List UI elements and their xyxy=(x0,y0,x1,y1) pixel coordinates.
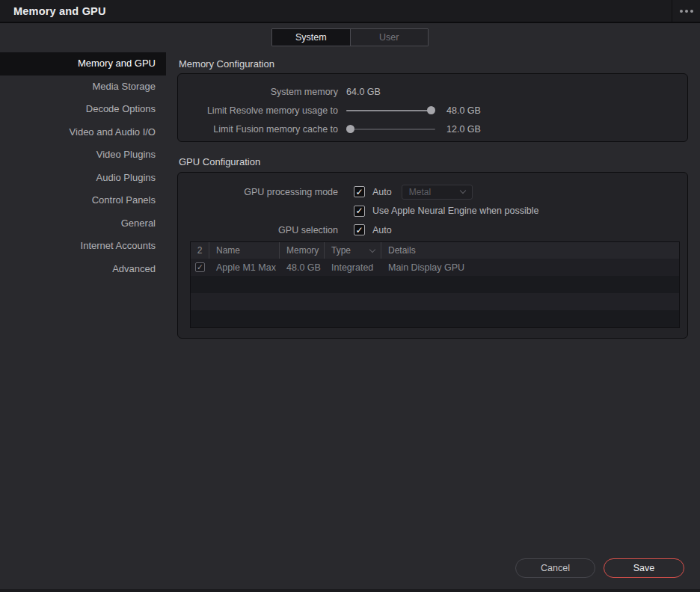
sidebar-item-advanced[interactable]: Advanced xyxy=(0,258,166,281)
slider-fill xyxy=(346,110,431,111)
system-memory-row: System memory 64.0 GB xyxy=(178,82,687,101)
resolve-memory-row: Limit Resolve memory usage to 48.0 GB xyxy=(178,101,687,120)
gpu-table-row[interactable]: ✓ Apple M1 Max 48.0 GB Integrated Main D… xyxy=(191,259,679,276)
gpu-mode-auto-label: Auto xyxy=(372,187,392,197)
column-header-type[interactable]: Type xyxy=(325,242,381,259)
gpu-row-details: Main Display GPU xyxy=(381,259,679,276)
options-menu-button[interactable] xyxy=(672,0,700,22)
memory-configuration-panel: System memory 64.0 GB Limit Resolve memo… xyxy=(177,73,688,142)
gpu-configuration-panel: GPU processing mode ✓ Auto Metal ✓ Use A… xyxy=(177,172,688,339)
chevron-down-icon xyxy=(459,188,465,194)
check-icon: ✓ xyxy=(197,263,203,271)
empty-table-row xyxy=(191,310,679,327)
sidebar-item-video-plugins[interactable]: Video Plugins xyxy=(0,144,166,167)
sidebar-item-audio-plugins[interactable]: Audio Plugins xyxy=(0,167,166,190)
sidebar-item-internet-accounts[interactable]: Internet Accounts xyxy=(0,235,166,258)
gpu-selection-label: GPU selection xyxy=(178,225,338,235)
fusion-cache-row: Limit Fusion memory cache to 12.0 GB xyxy=(178,120,687,138)
gpu-table-header: 2 Name Memory Type Details xyxy=(191,242,679,259)
sidebar-item-general[interactable]: General xyxy=(0,212,166,235)
column-header-memory[interactable]: Memory xyxy=(280,242,325,259)
gpu-selection-row: GPU selection ✓ Auto xyxy=(178,221,687,240)
cancel-button[interactable]: Cancel xyxy=(515,558,595,578)
gpu-row-type: Integrated xyxy=(325,259,381,276)
sidebar-item-decode-options[interactable]: Decode Options xyxy=(0,98,166,121)
gpu-selection-auto-checkbox[interactable]: ✓ xyxy=(354,224,365,235)
gpu-list-table: 2 Name Memory Type Details ✓ Apple M1 Ma… xyxy=(190,241,680,328)
resolve-memory-value: 48.0 GB xyxy=(446,105,481,116)
fusion-cache-slider[interactable] xyxy=(346,125,435,134)
slider-track xyxy=(346,129,435,130)
gpu-processing-mode-row: GPU processing mode ✓ Auto Metal xyxy=(178,182,687,202)
gpu-mode-selected-value: Metal xyxy=(409,187,461,197)
gpu-row-checkbox-cell: ✓ xyxy=(191,259,209,276)
sidebar-item-control-panels[interactable]: Control Panels xyxy=(0,189,166,212)
check-icon: ✓ xyxy=(355,206,363,215)
sidebar-item-memory-and-gpu[interactable]: Memory and GPU xyxy=(0,52,166,75)
empty-table-row xyxy=(191,276,679,293)
neural-engine-row: ✓ Use Apple Neural Engine when possible xyxy=(178,202,687,221)
system-memory-label: System memory xyxy=(178,87,338,97)
gpu-enabled-checkbox[interactable]: ✓ xyxy=(195,262,205,272)
save-button[interactable]: Save xyxy=(604,558,684,578)
system-memory-value: 64.0 GB xyxy=(346,87,381,97)
slider-thumb[interactable] xyxy=(346,125,354,133)
preferences-sidebar: Memory and GPU Media Storage Decode Opti… xyxy=(0,52,166,280)
empty-table-row xyxy=(191,293,679,310)
check-icon: ✓ xyxy=(355,226,363,235)
tab-system[interactable]: System xyxy=(272,29,350,46)
resolve-memory-slider[interactable] xyxy=(346,106,435,115)
dialog-titlebar: Memory and GPU xyxy=(0,0,700,23)
chevron-down-icon xyxy=(369,246,375,252)
gpu-selection-auto-label: Auto xyxy=(372,225,392,235)
window-bottom-edge xyxy=(0,589,700,592)
gpu-configuration-heading: GPU Configuration xyxy=(179,156,260,167)
gpu-processing-mode-label: GPU processing mode xyxy=(178,187,338,197)
resolve-memory-label: Limit Resolve memory usage to xyxy=(178,105,338,116)
fusion-cache-value: 12.0 GB xyxy=(446,124,481,135)
sidebar-item-media-storage[interactable]: Media Storage xyxy=(0,75,166,99)
ellipsis-icon xyxy=(680,10,693,13)
check-icon: ✓ xyxy=(355,188,363,197)
memory-configuration-heading: Memory Configuration xyxy=(179,58,274,70)
neural-engine-checkbox[interactable]: ✓ xyxy=(354,206,365,217)
column-header-name[interactable]: Name xyxy=(209,242,280,259)
slider-thumb[interactable] xyxy=(427,106,435,114)
dialog-title: Memory and GPU xyxy=(0,5,106,17)
column-header-details[interactable]: Details xyxy=(381,242,679,259)
tab-user[interactable]: User xyxy=(350,29,429,46)
scope-tabs: System User xyxy=(271,28,429,46)
gpu-row-name: Apple M1 Max xyxy=(209,259,280,276)
gpu-mode-select[interactable]: Metal xyxy=(402,185,473,200)
sidebar-item-video-audio-io[interactable]: Video and Audio I/O xyxy=(0,121,166,144)
gpu-count-header: 2 xyxy=(191,242,209,259)
neural-engine-label: Use Apple Neural Engine when possible xyxy=(372,206,538,216)
gpu-mode-auto-checkbox[interactable]: ✓ xyxy=(354,186,365,197)
fusion-cache-label: Limit Fusion memory cache to xyxy=(178,124,338,135)
column-header-type-label: Type xyxy=(331,245,351,256)
gpu-row-memory: 48.0 GB xyxy=(280,259,325,276)
